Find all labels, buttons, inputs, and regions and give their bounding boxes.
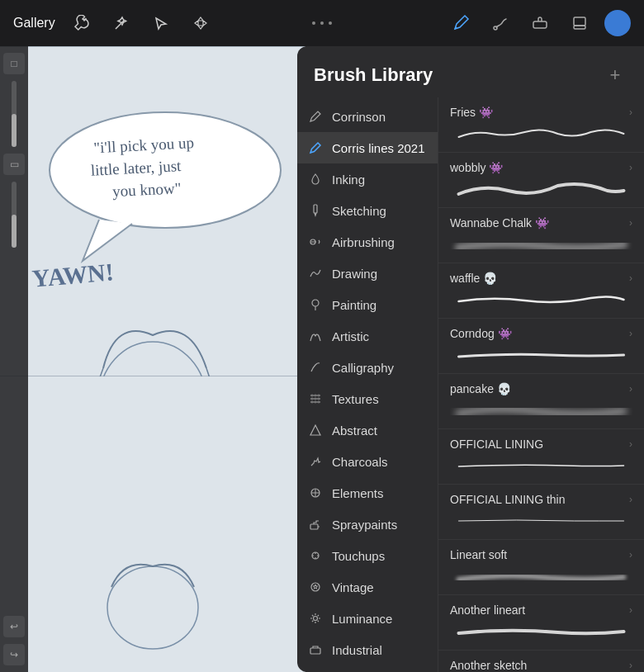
brush-item-fries[interactable]: Fries 👾› bbox=[438, 97, 644, 153]
transform-icon[interactable] bbox=[187, 10, 214, 36]
brush-arrow-wannabe_chalk: › bbox=[629, 217, 632, 229]
brush-item-wannabe_chalk[interactable]: Wannabe Chalk 👾› bbox=[438, 208, 644, 263]
category-icon-luminance bbox=[307, 610, 324, 627]
eraser-tool-button[interactable] bbox=[525, 8, 555, 38]
category-label-corrinson: Corrinson bbox=[332, 110, 386, 124]
category-label-drawing: Drawing bbox=[332, 267, 377, 281]
category-label-calligraphy: Calligraphy bbox=[332, 361, 394, 375]
category-label-abstract: Abstract bbox=[332, 424, 377, 438]
category-item-corris_lines_2021[interactable]: Corris lines 2021 bbox=[297, 132, 438, 163]
brush-item-another_lineart[interactable]: Another lineart› bbox=[438, 595, 644, 651]
svg-text:you know": you know" bbox=[112, 179, 182, 200]
svg-rect-22 bbox=[310, 524, 318, 529]
left-panel: □ ▭ ↩ ↪ bbox=[0, 46, 28, 672]
smudge-tool-button[interactable] bbox=[485, 8, 515, 38]
brush-item-header-lineart_soft: Lineart soft› bbox=[450, 548, 632, 561]
category-label-textures: Textures bbox=[332, 392, 379, 406]
brush-item-pancake[interactable]: pancake 💀› bbox=[438, 374, 644, 429]
category-item-inking[interactable]: Inking bbox=[297, 163, 438, 195]
left-panel-rect[interactable]: ▭ bbox=[3, 154, 25, 175]
brush-name-another_sketch: Another sketch bbox=[450, 659, 527, 672]
brush-item-wobbly[interactable]: wobbly 👾› bbox=[438, 153, 644, 208]
brush-stroke-official_lining bbox=[450, 454, 632, 477]
opacity-slider[interactable] bbox=[12, 81, 17, 147]
brush-item-official_lining_thin[interactable]: OFFICIAL LINING thin› bbox=[438, 485, 644, 540]
svg-point-19 bbox=[312, 300, 319, 306]
svg-rect-26 bbox=[310, 648, 320, 654]
avatar[interactable] bbox=[604, 10, 631, 36]
category-item-vintage[interactable]: Vintage bbox=[297, 571, 438, 603]
category-icon-painting bbox=[307, 296, 324, 313]
brush-list: Fries 👾›wobbly 👾›Wannabe Chalk 👾›waffle … bbox=[438, 97, 644, 672]
undo-button[interactable]: ↩ bbox=[3, 616, 25, 637]
brush-arrow-official_lining: › bbox=[629, 438, 632, 450]
svg-rect-2 bbox=[574, 17, 585, 26]
category-item-elements[interactable]: Elements bbox=[297, 477, 438, 509]
size-slider[interactable] bbox=[12, 182, 17, 248]
category-list: CorrinsonCorris lines 2021InkingSketchin… bbox=[297, 97, 438, 672]
brush-name-pancake: pancake 💀 bbox=[450, 382, 511, 395]
brush-library-header: Brush Library + bbox=[297, 46, 644, 97]
brush-arrow-wobbly: › bbox=[629, 162, 632, 173]
category-label-elements: Elements bbox=[332, 486, 384, 500]
brush-name-fries: Fries 👾 bbox=[450, 106, 493, 119]
brush-item-corndog[interactable]: Corndog 👾› bbox=[438, 319, 644, 374]
svg-rect-17 bbox=[314, 205, 317, 213]
category-label-artistic: Artistic bbox=[332, 329, 369, 343]
toolbar: Gallery bbox=[0, 0, 644, 46]
redo-button[interactable]: ↪ bbox=[3, 644, 25, 665]
add-brush-button[interactable]: + bbox=[603, 63, 627, 88]
toolbar-left: Gallery bbox=[13, 10, 214, 36]
brush-name-waffle: waffle 💀 bbox=[450, 272, 497, 285]
brush-arrow-fries: › bbox=[629, 106, 632, 118]
category-item-painting[interactable]: Painting bbox=[297, 289, 438, 320]
brush-item-header-wannabe_chalk: Wannabe Chalk 👾› bbox=[450, 216, 632, 230]
category-item-charcoals[interactable]: Charcoals bbox=[297, 446, 438, 477]
category-icon-abstract bbox=[307, 422, 324, 438]
category-item-airbrushing[interactable]: Airbrushing bbox=[297, 226, 438, 258]
brush-name-wannabe_chalk: Wannabe Chalk 👾 bbox=[450, 216, 549, 230]
brush-item-another_sketch[interactable]: Another sketch› bbox=[438, 651, 644, 672]
category-item-touchups[interactable]: Touchups bbox=[297, 540, 438, 571]
brush-item-header-another_sketch: Another sketch› bbox=[450, 659, 632, 672]
category-item-textures[interactable]: Textures bbox=[297, 383, 438, 414]
brush-item-header-pancake: pancake 💀› bbox=[450, 382, 632, 395]
brush-item-official_lining[interactable]: OFFICIAL LINING› bbox=[438, 429, 644, 485]
brush-item-header-waffle: waffle 💀› bbox=[450, 272, 632, 285]
brush-item-waffle[interactable]: waffle 💀› bbox=[438, 263, 644, 319]
svg-point-0 bbox=[494, 26, 497, 30]
category-item-artistic[interactable]: Artistic bbox=[297, 320, 438, 352]
brush-name-official_lining: OFFICIAL LINING bbox=[450, 438, 543, 451]
brush-item-header-corndog: Corndog 👾› bbox=[450, 327, 632, 340]
pencil-tool-button[interactable] bbox=[446, 8, 476, 38]
gallery-button[interactable]: Gallery bbox=[13, 16, 55, 31]
magic-wand-icon[interactable] bbox=[108, 10, 135, 36]
category-item-abstract[interactable]: Abstract bbox=[297, 414, 438, 446]
brush-item-lineart_soft[interactable]: Lineart soft› bbox=[438, 540, 644, 595]
left-panel-square[interactable]: □ bbox=[3, 53, 25, 74]
category-item-corrinson[interactable]: Corrinson bbox=[297, 101, 438, 132]
brush-name-another_lineart: Another lineart bbox=[450, 603, 525, 617]
brush-stroke-wobbly bbox=[450, 177, 632, 201]
svg-rect-1 bbox=[533, 21, 547, 28]
layers-tool-button[interactable] bbox=[565, 8, 594, 38]
category-item-spraypaints[interactable]: Spraypaints bbox=[297, 509, 438, 540]
category-item-calligraphy[interactable]: Calligraphy bbox=[297, 352, 438, 383]
category-item-organic[interactable]: Organic bbox=[297, 665, 438, 672]
category-label-spraypaints: Spraypaints bbox=[332, 518, 397, 532]
svg-rect-14 bbox=[0, 376, 305, 672]
category-icon-textures bbox=[307, 390, 324, 407]
wrench-icon[interactable] bbox=[69, 10, 95, 36]
toolbar-center-dots bbox=[312, 21, 332, 25]
category-item-luminance[interactable]: Luminance bbox=[297, 603, 438, 634]
brush-arrow-pancake: › bbox=[629, 383, 632, 395]
svg-marker-20 bbox=[310, 425, 320, 435]
category-item-drawing[interactable]: Drawing bbox=[297, 258, 438, 289]
category-label-industrial: Industrial bbox=[332, 643, 382, 657]
brush-stroke-waffle bbox=[450, 288, 632, 311]
category-item-industrial[interactable]: Industrial bbox=[297, 634, 438, 665]
category-item-sketching[interactable]: Sketching bbox=[297, 195, 438, 226]
selection-icon[interactable] bbox=[148, 10, 174, 36]
toolbar-right bbox=[446, 8, 631, 38]
sketch-canvas[interactable]: "i'll pick you up little later, just you… bbox=[0, 46, 305, 672]
